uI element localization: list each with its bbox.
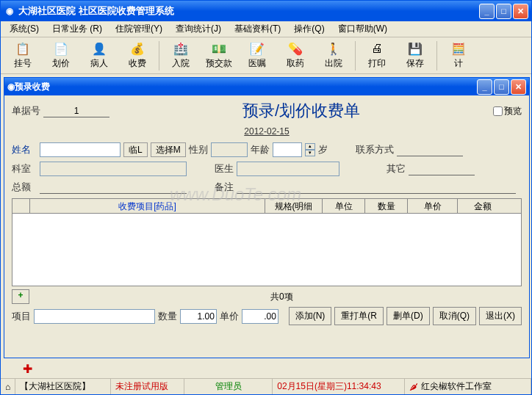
col-amount: 金额 <box>458 199 508 213</box>
preview-label: 预览 <box>504 105 522 117</box>
main-title: 大湖社区医院 社区医院收费管理系统 <box>18 4 479 18</box>
col-price: 单价 <box>408 199 458 213</box>
chili-icon: 🌶 <box>409 382 418 392</box>
status-hospital: 【大湖社区医院】 <box>15 379 111 394</box>
total-label: 总额 <box>12 181 37 194</box>
statusbar: ⌂ 【大湖社区医院】 未注册试用版 管理员 02月15日(星期三)11:34:4… <box>1 378 531 394</box>
main-titlebar[interactable]: ◉ 大湖社区医院 社区医院收费管理系统 _ □ ✕ <box>1 1 531 21</box>
child-title: 预录收费 <box>15 81 50 93</box>
tool-pricing[interactable]: 📄划价 <box>42 39 80 73</box>
tool-discharge[interactable]: 🚶出院 <box>314 39 353 73</box>
tool-patient[interactable]: 👤病人 <box>80 39 118 73</box>
age-spinner[interactable]: ▴▾ <box>305 143 315 156</box>
add-row-button[interactable]: + <box>12 289 29 304</box>
form-title: 预录/划价收费单 <box>112 100 490 122</box>
menu-help[interactable]: 窗口帮助(W) <box>334 21 392 37</box>
child-minimize-button[interactable]: _ <box>477 79 492 95</box>
toolbar-separator <box>436 41 437 70</box>
col-spec: 规格(明细 <box>265 199 323 213</box>
other-label: 其它 <box>387 162 406 175</box>
items-table[interactable]: 收费项目[药品] 规格(明细 单位 数量 单价 金额 <box>12 198 522 286</box>
age-unit: 岁 <box>318 143 328 156</box>
col-qty: 数量 <box>365 199 408 213</box>
dept-label: 科室 <box>12 162 37 175</box>
age-label: 年龄 <box>251 143 270 156</box>
menu-inpatient[interactable]: 住院管理(Y) <box>111 21 167 37</box>
discharge-icon: 🚶 <box>326 41 341 56</box>
remark-input[interactable] <box>237 181 516 194</box>
select-button[interactable]: 选择M <box>151 142 186 157</box>
menu-system[interactable]: 系统(S) <box>5 21 43 37</box>
item-input[interactable] <box>34 309 155 324</box>
reprint-button[interactable]: 重打单(R <box>334 307 384 325</box>
tool-register[interactable]: 📋挂号 <box>4 39 42 73</box>
order-icon: 📝 <box>250 41 265 56</box>
tool-prepay[interactable]: 💵预交款 <box>200 39 238 73</box>
other-input[interactable] <box>409 162 475 175</box>
toolbar-separator <box>159 41 159 70</box>
spin-up-icon[interactable]: ▴ <box>305 143 315 150</box>
toolbar-separator <box>355 41 356 70</box>
tool-calc[interactable]: 🧮计 <box>439 39 478 73</box>
item-count: 共0项 <box>270 291 293 303</box>
doctor-input[interactable] <box>237 162 339 176</box>
tool-print[interactable]: 🖨打印 <box>358 39 396 73</box>
delete-button[interactable]: 删单(D) <box>387 307 430 325</box>
col-item: 收费项目[药品] <box>30 199 265 213</box>
spin-down-icon[interactable]: ▾ <box>305 150 315 156</box>
menu-operate[interactable]: 操作(Q) <box>290 21 328 37</box>
menu-basedata[interactable]: 基础资料(T) <box>230 21 285 37</box>
child-icon: ◉ <box>7 81 15 92</box>
calc-icon: 🧮 <box>451 41 466 56</box>
status-datetime: 02月15日(星期三)11:34:43 <box>273 379 405 394</box>
docno-input[interactable] <box>43 104 109 117</box>
maximize-button[interactable]: □ <box>496 4 511 19</box>
docno-label: 单据号 <box>12 104 40 117</box>
name-input[interactable] <box>40 142 121 157</box>
medical-cross-icon: ✚ <box>23 362 32 376</box>
gender-input[interactable] <box>211 142 248 157</box>
patient-icon: 👤 <box>92 41 107 56</box>
add-button[interactable]: 添加(N) <box>289 307 332 325</box>
contact-input[interactable] <box>397 143 463 156</box>
child-window: ◉ 预录收费 _ □ ✕ 单据号 预录/划价收费单 预览 2012-02-15 <box>4 77 530 358</box>
pricing-icon: 📄 <box>54 41 68 56</box>
tool-charge[interactable]: 💰收费 <box>118 39 157 73</box>
child-titlebar[interactable]: ◉ 预录收费 _ □ ✕ <box>4 78 529 95</box>
age-input[interactable] <box>273 142 302 157</box>
tool-medicine[interactable]: 💊取药 <box>276 39 314 73</box>
tool-order[interactable]: 📝医嘱 <box>238 39 276 73</box>
exit-button[interactable]: 退出(X) <box>479 307 522 325</box>
status-company: 🌶 红尖椒软件工作室 <box>405 379 531 394</box>
qty-input[interactable] <box>180 309 217 324</box>
dept-input[interactable] <box>40 162 187 176</box>
menubar: 系统(S) 日常业务 (R) 住院管理(Y) 查询统计(J) 基础资料(T) 操… <box>1 21 531 37</box>
status-registration: 未注册试用版 <box>111 379 184 394</box>
prepay-icon: 💵 <box>212 41 226 56</box>
form-date: 2012-02-15 <box>12 126 522 137</box>
menu-daily[interactable]: 日常业务 (R) <box>48 21 107 37</box>
close-button[interactable]: ✕ <box>513 4 528 19</box>
col-rownum <box>12 199 30 213</box>
remark-label: 备注 <box>215 181 234 194</box>
price-input[interactable] <box>242 309 278 324</box>
temp-button[interactable]: 临L <box>123 142 148 157</box>
child-maximize-button[interactable]: □ <box>494 79 509 95</box>
total-input[interactable] <box>40 181 187 194</box>
preview-checkbox[interactable] <box>493 106 503 116</box>
cancel-button[interactable]: 取消(Q) <box>433 307 476 325</box>
status-home-icon: ⌂ <box>1 379 15 394</box>
status-user: 管理员 <box>184 379 273 394</box>
minimize-button[interactable]: _ <box>479 4 495 19</box>
tool-admit[interactable]: 🏥入院 <box>162 39 200 73</box>
save-icon: 💾 <box>408 41 423 56</box>
contact-label: 联系方式 <box>356 143 394 156</box>
menu-query[interactable]: 查询统计(J) <box>171 21 226 37</box>
tool-save[interactable]: 💾保存 <box>396 39 434 73</box>
main-window: ◉ 大湖社区医院 社区医院收费管理系统 _ □ ✕ 系统(S) 日常业务 (R)… <box>0 0 532 395</box>
admit-icon: 🏥 <box>173 41 188 56</box>
medicine-icon: 💊 <box>288 41 303 56</box>
qty-label: 数量 <box>158 310 177 323</box>
child-close-button[interactable]: ✕ <box>511 79 526 95</box>
table-header: 收费项目[药品] 规格(明细 单位 数量 单价 金额 <box>12 199 521 214</box>
